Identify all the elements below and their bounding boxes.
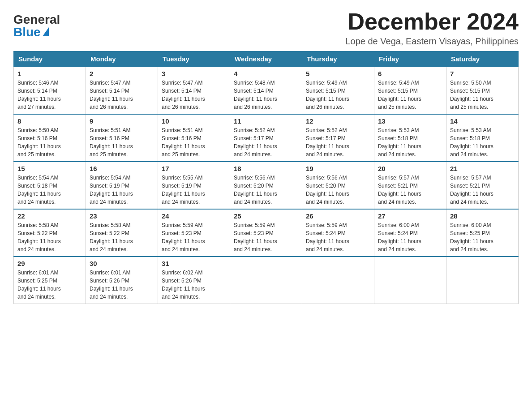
day-info: Sunrise: 5:59 AMSunset: 5:23 PMDaylight:… <box>162 221 226 253</box>
day-info: Sunrise: 5:51 AMSunset: 5:16 PMDaylight:… <box>90 126 154 158</box>
calendar-cell: 29Sunrise: 6:01 AMSunset: 5:25 PMDayligh… <box>14 257 86 304</box>
day-number: 13 <box>378 117 442 125</box>
day-number: 9 <box>90 117 154 125</box>
day-number: 16 <box>90 165 154 172</box>
day-info: Sunrise: 5:59 AMSunset: 5:23 PMDaylight:… <box>234 221 298 253</box>
day-number: 18 <box>234 165 298 172</box>
day-info: Sunrise: 5:50 AMSunset: 5:15 PMDaylight:… <box>450 79 515 111</box>
day-number: 12 <box>306 117 370 125</box>
day-number: 2 <box>90 70 154 77</box>
calendar-cell: 25Sunrise: 5:59 AMSunset: 5:23 PMDayligh… <box>230 209 302 257</box>
day-info: Sunrise: 5:59 AMSunset: 5:24 PMDaylight:… <box>306 221 370 253</box>
calendar-cell: 7Sunrise: 5:50 AMSunset: 5:15 PMDaylight… <box>446 67 519 114</box>
day-number: 11 <box>234 117 298 125</box>
day-number: 21 <box>450 165 515 172</box>
day-info: Sunrise: 6:02 AMSunset: 5:26 PMDaylight:… <box>162 269 226 301</box>
calendar-cell: 15Sunrise: 5:54 AMSunset: 5:18 PMDayligh… <box>14 162 86 209</box>
day-info: Sunrise: 5:49 AMSunset: 5:15 PMDaylight:… <box>378 79 442 111</box>
calendar-cell: 30Sunrise: 6:01 AMSunset: 5:26 PMDayligh… <box>86 257 158 304</box>
logo: General Blue <box>13 13 60 39</box>
calendar-table: SundayMondayTuesdayWednesdayThursdayFrid… <box>13 51 519 304</box>
day-info: Sunrise: 5:58 AMSunset: 5:22 PMDaylight:… <box>17 221 82 253</box>
month-title: December 2024 <box>345 9 519 34</box>
calendar-cell: 27Sunrise: 6:00 AMSunset: 5:24 PMDayligh… <box>374 209 446 257</box>
day-info: Sunrise: 5:54 AMSunset: 5:18 PMDaylight:… <box>17 174 82 206</box>
day-number: 29 <box>17 260 82 267</box>
day-info: Sunrise: 5:47 AMSunset: 5:14 PMDaylight:… <box>162 79 226 111</box>
day-info: Sunrise: 5:47 AMSunset: 5:14 PMDaylight:… <box>90 79 154 111</box>
day-number: 31 <box>162 260 226 267</box>
day-info: Sunrise: 6:01 AMSunset: 5:25 PMDaylight:… <box>17 269 82 301</box>
logo-general-text: General <box>13 13 60 26</box>
calendar-cell: 17Sunrise: 5:55 AMSunset: 5:19 PMDayligh… <box>158 162 230 209</box>
day-number: 25 <box>234 212 298 220</box>
day-of-week-header: Monday <box>86 51 158 67</box>
day-number: 7 <box>450 70 515 77</box>
day-number: 19 <box>306 165 370 172</box>
day-number: 5 <box>306 70 370 77</box>
day-number: 1 <box>17 70 82 77</box>
calendar-cell: 12Sunrise: 5:52 AMSunset: 5:17 PMDayligh… <box>302 114 374 162</box>
day-info: Sunrise: 5:51 AMSunset: 5:16 PMDaylight:… <box>162 126 226 158</box>
day-info: Sunrise: 5:55 AMSunset: 5:19 PMDaylight:… <box>162 174 226 206</box>
calendar-cell: 16Sunrise: 5:54 AMSunset: 5:19 PMDayligh… <box>86 162 158 209</box>
calendar-cell: 8Sunrise: 5:50 AMSunset: 5:16 PMDaylight… <box>14 114 86 162</box>
calendar-cell: 3Sunrise: 5:47 AMSunset: 5:14 PMDaylight… <box>158 67 230 114</box>
logo-blue-text: Blue <box>13 26 49 39</box>
day-number: 28 <box>450 212 515 220</box>
calendar-header-row: SundayMondayTuesdayWednesdayThursdayFrid… <box>14 51 519 67</box>
calendar-week-row: 15Sunrise: 5:54 AMSunset: 5:18 PMDayligh… <box>14 162 519 209</box>
day-info: Sunrise: 5:48 AMSunset: 5:14 PMDaylight:… <box>234 79 298 111</box>
calendar-cell <box>302 257 374 304</box>
calendar-cell: 22Sunrise: 5:58 AMSunset: 5:22 PMDayligh… <box>14 209 86 257</box>
day-of-week-header: Saturday <box>446 51 519 67</box>
calendar-cell: 23Sunrise: 5:58 AMSunset: 5:22 PMDayligh… <box>86 209 158 257</box>
day-number: 14 <box>450 117 515 125</box>
day-of-week-header: Thursday <box>302 51 374 67</box>
day-info: Sunrise: 5:52 AMSunset: 5:17 PMDaylight:… <box>306 126 370 158</box>
day-number: 15 <box>17 165 82 172</box>
day-info: Sunrise: 6:00 AMSunset: 5:25 PMDaylight:… <box>450 221 515 253</box>
day-info: Sunrise: 5:54 AMSunset: 5:19 PMDaylight:… <box>90 174 154 206</box>
day-of-week-header: Sunday <box>14 51 86 67</box>
day-info: Sunrise: 5:52 AMSunset: 5:17 PMDaylight:… <box>234 126 298 158</box>
day-number: 10 <box>162 117 226 125</box>
calendar-week-row: 1Sunrise: 5:46 AMSunset: 5:14 PMDaylight… <box>14 67 519 114</box>
calendar-cell: 4Sunrise: 5:48 AMSunset: 5:14 PMDaylight… <box>230 67 302 114</box>
calendar-cell: 31Sunrise: 6:02 AMSunset: 5:26 PMDayligh… <box>158 257 230 304</box>
calendar-cell <box>446 257 519 304</box>
title-block: December 2024 Lope de Vega, Eastern Visa… <box>345 9 519 47</box>
day-info: Sunrise: 5:57 AMSunset: 5:21 PMDaylight:… <box>450 174 515 206</box>
day-info: Sunrise: 6:01 AMSunset: 5:26 PMDaylight:… <box>90 269 154 301</box>
calendar-cell: 13Sunrise: 5:53 AMSunset: 5:18 PMDayligh… <box>374 114 446 162</box>
day-number: 23 <box>90 212 154 220</box>
calendar-cell: 24Sunrise: 5:59 AMSunset: 5:23 PMDayligh… <box>158 209 230 257</box>
day-info: Sunrise: 5:50 AMSunset: 5:16 PMDaylight:… <box>17 126 82 158</box>
calendar-cell: 14Sunrise: 5:53 AMSunset: 5:18 PMDayligh… <box>446 114 519 162</box>
day-number: 22 <box>17 212 82 220</box>
calendar-cell: 6Sunrise: 5:49 AMSunset: 5:15 PMDaylight… <box>374 67 446 114</box>
calendar-cell: 1Sunrise: 5:46 AMSunset: 5:14 PMDaylight… <box>14 67 86 114</box>
day-number: 24 <box>162 212 226 220</box>
day-number: 30 <box>90 260 154 267</box>
day-number: 6 <box>378 70 442 77</box>
day-number: 17 <box>162 165 226 172</box>
day-info: Sunrise: 6:00 AMSunset: 5:24 PMDaylight:… <box>378 221 442 253</box>
calendar-cell: 11Sunrise: 5:52 AMSunset: 5:17 PMDayligh… <box>230 114 302 162</box>
day-of-week-header: Friday <box>374 51 446 67</box>
calendar-cell: 10Sunrise: 5:51 AMSunset: 5:16 PMDayligh… <box>158 114 230 162</box>
day-info: Sunrise: 5:46 AMSunset: 5:14 PMDaylight:… <box>17 79 82 111</box>
location-subtitle: Lope de Vega, Eastern Visayas, Philippin… <box>345 36 519 47</box>
calendar-cell: 20Sunrise: 5:57 AMSunset: 5:21 PMDayligh… <box>374 162 446 209</box>
day-number: 27 <box>378 212 442 220</box>
calendar-cell: 9Sunrise: 5:51 AMSunset: 5:16 PMDaylight… <box>86 114 158 162</box>
day-number: 8 <box>17 117 82 125</box>
day-info: Sunrise: 5:53 AMSunset: 5:18 PMDaylight:… <box>450 126 515 158</box>
calendar-week-row: 29Sunrise: 6:01 AMSunset: 5:25 PMDayligh… <box>14 257 519 304</box>
day-of-week-header: Wednesday <box>230 51 302 67</box>
calendar-cell: 21Sunrise: 5:57 AMSunset: 5:21 PMDayligh… <box>446 162 519 209</box>
calendar-week-row: 22Sunrise: 5:58 AMSunset: 5:22 PMDayligh… <box>14 209 519 257</box>
day-number: 4 <box>234 70 298 77</box>
logo-triangle-icon <box>43 27 49 36</box>
day-info: Sunrise: 5:56 AMSunset: 5:20 PMDaylight:… <box>306 174 370 206</box>
